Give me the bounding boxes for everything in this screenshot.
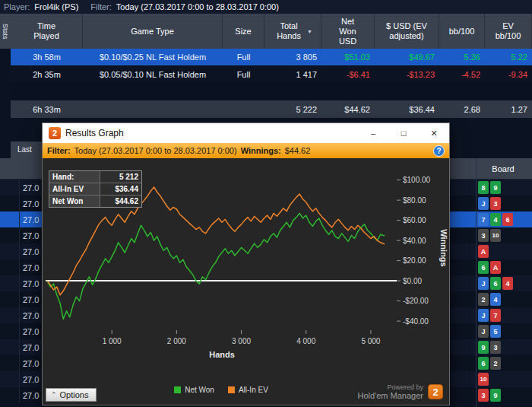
results-header-cell[interactable]: EV bb/100 (485, 14, 532, 49)
results-header-cell[interactable]: bb/100 (439, 14, 485, 49)
board-cards: 10 (478, 373, 489, 386)
board-card-4-diamonds: 4 (490, 293, 501, 306)
column-separator (476, 158, 477, 407)
hand-date: 27.0 (20, 311, 39, 320)
results-header-cell[interactable]: Time Played (11, 14, 83, 49)
board-card-J-diamonds: J (478, 277, 489, 290)
filter-value[interactable]: Today (27.03.2017 0:00 to 28.03.2017 0:0… (116, 2, 279, 11)
hand-date: 27.0 (20, 183, 39, 192)
results-row[interactable]: 2h 35m$0.05/$0.10 NL Fast HoldemFull1 41… (11, 66, 532, 84)
y-tick-label: $40.00 (403, 237, 426, 245)
header-label: EV bb/100 (492, 21, 525, 41)
row-marker-cell (0, 291, 20, 307)
board-card-9-clubs: 9 (478, 341, 489, 354)
y-tick-label: $60.00 (403, 216, 426, 224)
titlebar[interactable]: 2 Results Graph – □ ✕ (43, 123, 449, 143)
minimize-button[interactable]: – (358, 123, 388, 143)
holdem-manager-text: Hold'em Manager (358, 391, 423, 400)
board-card-6-clubs: 6 (478, 357, 489, 370)
results-header-cell[interactable]: $ USD (EV adjusted) (375, 14, 439, 49)
legend-label: All-In EV (239, 386, 268, 394)
hand-date: 27.0 (20, 391, 39, 400)
hm2-app-icon: 2 (49, 127, 61, 139)
board-card-J-diamonds: J (478, 309, 489, 322)
powered-by: Powered by Hold'em Manager 2 (358, 383, 443, 400)
board-cards: 89 (478, 181, 501, 194)
results-header-cell[interactable]: Total Hands▼ (264, 14, 321, 49)
results-cell: $0.10/$0.25 NL Fast Holdem (83, 52, 223, 62)
info-row: Net Won$44.62 (49, 195, 141, 207)
tab-stats[interactable]: Stats (0, 14, 11, 49)
window-title: Results Graph (65, 128, 358, 138)
chevron-up-icon: ⌃ (51, 391, 57, 399)
board-card-J-spades: J (478, 325, 489, 338)
hand-date: 27.0 (20, 359, 39, 368)
board-card-9-clubs: 9 (490, 181, 501, 194)
board-cards: 310 (478, 229, 501, 242)
board-card-5-diamonds: 5 (490, 325, 501, 338)
total-ev-bb100: 1.27 (485, 105, 532, 114)
info-label: All-In EV (49, 183, 100, 195)
board-column-header[interactable]: Board (477, 158, 530, 180)
y-tick-label: $80.00 (403, 196, 426, 205)
info-label: Net Won (49, 196, 100, 207)
results-cell: -$13.23 (375, 70, 439, 79)
board-card-8-clubs: 8 (478, 181, 489, 194)
results-header-cell[interactable]: Game Type (83, 14, 223, 49)
row-marker-cell (0, 339, 20, 355)
board-cards: A (478, 245, 489, 258)
row-marker-cell (0, 196, 20, 211)
x-tick-label: 5 000 (361, 337, 380, 345)
board-card-10-hearts: 10 (478, 373, 489, 386)
hand-date: 27.0 (20, 279, 39, 288)
total-bb100: 2.68 (439, 105, 485, 114)
graph-filter-value: Today (27.03.2017 0:00 to 28.03.2017 0:0… (74, 146, 237, 155)
player-value[interactable]: Frol4ik (PS) (34, 2, 78, 11)
row-marker-cell (0, 227, 20, 243)
winnings-label: Winnings: (241, 146, 281, 155)
results-cell: -$6.41 (321, 70, 375, 79)
results-cell: 2h 35m (11, 70, 83, 79)
results-cell: 1 417 (264, 70, 321, 79)
graph-filter-label: Filter: (47, 146, 71, 155)
row-marker-cell (0, 275, 20, 291)
hand-date: 27.0 (20, 327, 39, 336)
winnings-value: $44.62 (285, 146, 311, 155)
info-value: $36.44 (100, 183, 141, 195)
sort-desc-icon: ▼ (307, 27, 312, 37)
board-card-6-hearts: 6 (502, 213, 513, 226)
board-cards: 62 (478, 357, 501, 370)
results-cell: 5.22 (485, 52, 532, 62)
header-label: Net Won USD (336, 17, 360, 46)
maximize-button[interactable]: □ (388, 123, 419, 143)
graph-filter-bar: Filter: Today (27.03.2017 0:00 to 28.03.… (43, 143, 449, 158)
empty-row (11, 84, 532, 100)
x-axis-label: Hands (209, 350, 235, 359)
results-row[interactable]: 3h 58m$0.10/$0.25 NL Fast HoldemFull3 80… (11, 49, 532, 66)
net-won-line (47, 213, 385, 319)
row-marker-cell (0, 307, 20, 323)
info-row: All-In EV$36.44 (49, 183, 141, 195)
board-card-7-diamonds: 7 (478, 213, 489, 226)
total-net-won: $44.62 (321, 105, 375, 114)
results-cell: -9.34 (485, 70, 532, 79)
results-header-cell[interactable]: Net Won USD (321, 14, 375, 49)
options-button[interactable]: ⌃ Options (46, 388, 97, 402)
results-header-cell[interactable]: Size (223, 14, 264, 49)
board-cards: 6A (478, 261, 501, 274)
hand-date: 27.0 (20, 375, 39, 384)
board-cards: 93 (478, 341, 501, 354)
results-graph-window: 2 Results Graph – □ ✕ Filter: Today (27.… (42, 122, 450, 405)
results-total-row: 6h 33m 5 222 $44.62 $36.44 2.68 1.27 (11, 100, 532, 118)
results-cell: $51.03 (321, 52, 375, 62)
y-tick-label: $20.00 (403, 256, 426, 265)
help-icon[interactable]: ? (433, 145, 445, 157)
board-card-A-hearts: A (490, 261, 501, 274)
tab-last-hands[interactable]: Last (11, 141, 42, 158)
header-label: $ USD (EV adjusted) (383, 21, 430, 41)
y-axis-label: Winnings (439, 229, 448, 266)
hand-date: 27.0 (20, 343, 39, 352)
close-button[interactable]: ✕ (419, 123, 449, 143)
player-label: Player: (4, 2, 30, 11)
legend-swatch (228, 386, 235, 393)
